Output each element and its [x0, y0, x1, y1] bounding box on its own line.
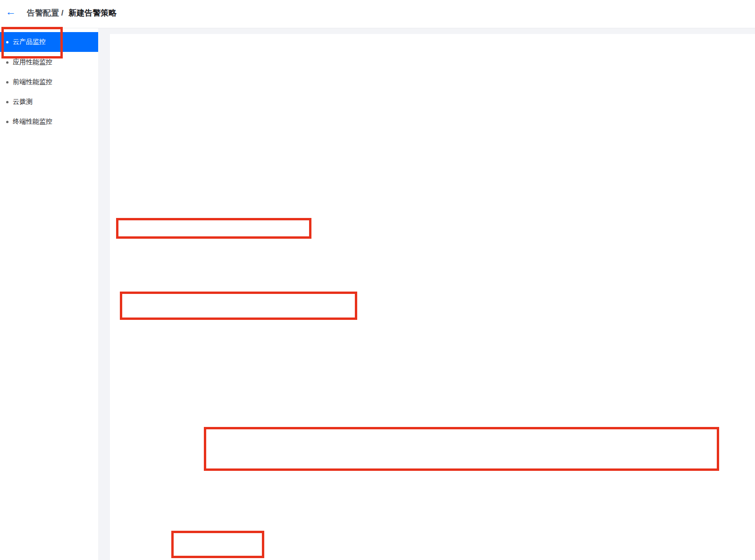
back-arrow-icon[interactable]: ←	[6, 7, 16, 17]
sidebar-item-label: 终端性能监控	[13, 117, 52, 126]
create-alarm-policy-page: ← 告警配置 / 新建告警策略 云产品监控 应用性能监控 前端性能监控 云拨测 …	[0, 0, 755, 560]
sidebar-item-label: 云产品监控	[13, 38, 46, 46]
sidebar-item-label: 前端性能监控	[13, 78, 52, 86]
breadcrumb-parent[interactable]: 告警配置 /	[27, 8, 63, 17]
bullet-icon	[6, 101, 8, 103]
bullet-icon	[6, 41, 8, 43]
sidebar-item-terminal-monitor[interactable]: 终端性能监控	[0, 112, 98, 132]
bullet-icon	[6, 61, 8, 64]
breadcrumb: 告警配置 / 新建告警策略	[27, 8, 117, 18]
sidebar: 云产品监控 应用性能监控 前端性能监控 云拨测 终端性能监控	[0, 28, 98, 560]
bullet-icon	[6, 121, 8, 123]
sidebar-item-rum[interactable]: 前端性能监控	[0, 72, 98, 92]
top-header: ← 告警配置 / 新建告警策略	[0, 0, 755, 28]
bullet-icon	[6, 81, 8, 84]
page-title: 新建告警策略	[68, 8, 117, 17]
content-card	[110, 34, 755, 560]
sidebar-item-cat[interactable]: 云拨测	[0, 92, 98, 112]
sidebar-item-label: 应用性能监控	[13, 58, 52, 67]
sidebar-item-apm[interactable]: 应用性能监控	[0, 52, 98, 72]
sidebar-item-label: 云拨测	[13, 98, 33, 106]
sidebar-item-cloud-product-monitor[interactable]: 云产品监控	[0, 32, 98, 52]
